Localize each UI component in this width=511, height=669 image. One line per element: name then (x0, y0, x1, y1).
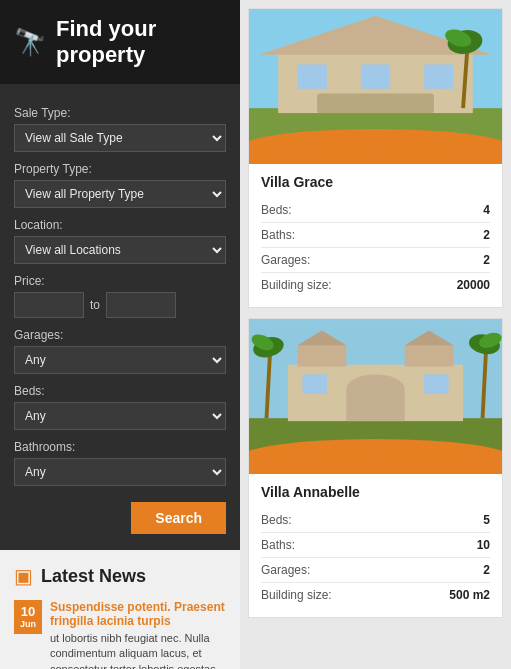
property-img-wrapper-1 (249, 9, 502, 164)
garages-value-2: 2 (483, 563, 490, 577)
svg-rect-20 (303, 374, 327, 393)
svg-rect-5 (361, 64, 390, 88)
beds-label-1: Beds: (261, 203, 292, 217)
property-image-1 (249, 9, 502, 149)
size-label-1: Building size: (261, 278, 332, 292)
news-title: Latest News (41, 566, 146, 587)
card-wave-1 (249, 142, 502, 164)
sale-type-label: Sale Type: (14, 106, 226, 120)
sidebar-title: Find your property (56, 16, 226, 68)
size-value-2: 500 m2 (449, 588, 490, 602)
sidebar-form: Sale Type: View all Sale TypeFor SaleFor… (0, 84, 240, 550)
bathrooms-select[interactable]: Any1234+ (14, 458, 226, 486)
beds-value-2: 5 (483, 513, 490, 527)
garages-label-2: Garages: (261, 563, 310, 577)
news-headline-1[interactable]: Suspendisse potenti. Praesent fringilla … (50, 600, 226, 628)
rss-icon: ▣ (14, 564, 33, 588)
baths-value-1: 2 (483, 228, 490, 242)
location-select[interactable]: View all LocationsDubaiAbu DhabiSharjah (14, 236, 226, 264)
property-card-2: Villa Annabelle Beds: 5 Baths: 10 Garage… (248, 318, 503, 618)
bathrooms-label: Bathrooms: (14, 440, 226, 454)
detail-row-size-2: Building size: 500 m2 (261, 583, 490, 607)
property-name-1[interactable]: Villa Grace (261, 174, 490, 190)
garages-label-1: Garages: (261, 253, 310, 267)
svg-rect-7 (317, 94, 434, 113)
sidebar-header: 🔭 Find your property (0, 0, 240, 84)
beds-label: Beds: (14, 384, 226, 398)
price-range: to (14, 292, 226, 318)
news-item-1: 10 Jun Suspendisse potenti. Praesent fri… (14, 600, 226, 669)
price-label: Price: (14, 274, 226, 288)
size-value-1: 20000 (457, 278, 490, 292)
detail-row-garages-1: Garages: 2 (261, 248, 490, 273)
main-content: Villa Grace Beds: 4 Baths: 2 Garages: 2 … (240, 0, 511, 669)
property-card-1: Villa Grace Beds: 4 Baths: 2 Garages: 2 … (248, 8, 503, 308)
price-to-label: to (90, 298, 100, 312)
property-type-select[interactable]: View all Property TypeVillaApartmentStud… (14, 180, 226, 208)
svg-rect-21 (424, 374, 448, 393)
detail-row-beds-1: Beds: 4 (261, 198, 490, 223)
baths-label-2: Baths: (261, 538, 295, 552)
garages-select[interactable]: Any1234+ (14, 346, 226, 374)
price-max-input[interactable] (106, 292, 176, 318)
detail-row-garages-2: Garages: 2 (261, 558, 490, 583)
property-info-1: Villa Grace Beds: 4 Baths: 2 Garages: 2 … (249, 164, 502, 307)
sale-type-select[interactable]: View all Sale TypeFor SaleFor Rent (14, 124, 226, 152)
search-btn-row: Search (14, 502, 226, 534)
news-month-1: Jun (20, 619, 36, 630)
news-content-1: Suspendisse potenti. Praesent fringilla … (50, 600, 226, 669)
property-image-2 (249, 319, 502, 459)
news-day-1: 10 (21, 604, 35, 620)
news-date-badge-1: 10 Jun (14, 600, 42, 634)
svg-point-15 (346, 374, 404, 403)
card-wave-2 (249, 452, 502, 474)
property-type-label: Property Type: (14, 162, 226, 176)
location-label: Location: (14, 218, 226, 232)
news-body-1: ut lobortis nibh feugiat nec. Nulla cond… (50, 631, 226, 669)
telescope-icon: 🔭 (14, 27, 46, 58)
garages-label: Garages: (14, 328, 226, 342)
beds-value-1: 4 (483, 203, 490, 217)
beds-label-2: Beds: (261, 513, 292, 527)
sidebar: 🔭 Find your property Sale Type: View all… (0, 0, 240, 669)
beds-select[interactable]: Any12345+ (14, 402, 226, 430)
property-info-2: Villa Annabelle Beds: 5 Baths: 10 Garage… (249, 474, 502, 617)
svg-rect-4 (298, 64, 327, 88)
svg-rect-17 (405, 345, 454, 366)
property-img-wrapper-2 (249, 319, 502, 474)
svg-rect-6 (424, 64, 453, 88)
news-header: ▣ Latest News (14, 564, 226, 588)
size-label-2: Building size: (261, 588, 332, 602)
baths-value-2: 10 (477, 538, 490, 552)
garages-value-1: 2 (483, 253, 490, 267)
baths-label-1: Baths: (261, 228, 295, 242)
svg-rect-16 (298, 345, 347, 366)
detail-row-baths-2: Baths: 10 (261, 533, 490, 558)
detail-row-baths-1: Baths: 2 (261, 223, 490, 248)
news-section: ▣ Latest News 10 Jun Suspendisse potenti… (0, 550, 240, 669)
detail-row-beds-2: Beds: 5 (261, 508, 490, 533)
price-min-input[interactable] (14, 292, 84, 318)
property-name-2[interactable]: Villa Annabelle (261, 484, 490, 500)
search-button[interactable]: Search (131, 502, 226, 534)
detail-row-size-1: Building size: 20000 (261, 273, 490, 297)
